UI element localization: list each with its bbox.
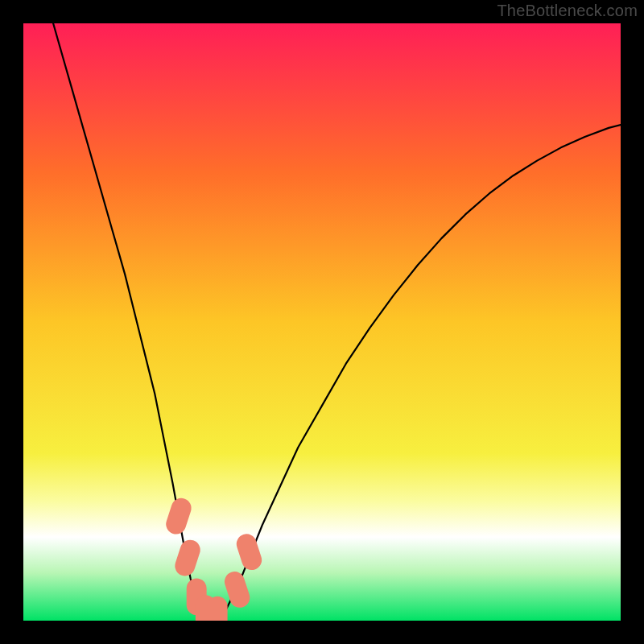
chart-background	[23, 23, 621, 621]
watermark-text: TheBottleneck.com	[497, 2, 638, 20]
dot-5	[208, 597, 228, 621]
bottleneck-chart	[23, 23, 621, 621]
app-frame: TheBottleneck.com	[0, 0, 644, 644]
plot-area	[23, 23, 621, 621]
